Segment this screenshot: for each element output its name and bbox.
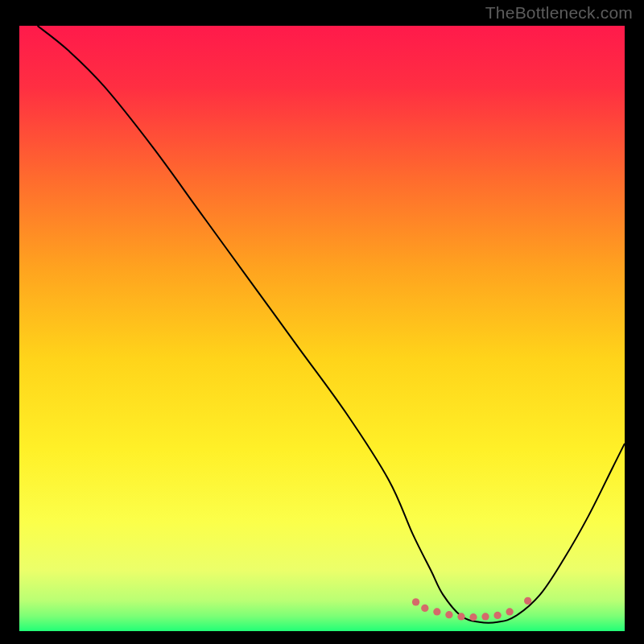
valley-dot [493, 612, 501, 619]
valley-dot [445, 611, 452, 618]
valley-dot [524, 597, 531, 605]
valley-dot [457, 613, 464, 620]
valley-dot [481, 613, 489, 620]
valley-dot [469, 613, 477, 621]
plot-area [19, 26, 625, 631]
chart-outer: TheBottleneck.com [0, 0, 644, 644]
watermark-label: TheBottleneck.com [485, 3, 633, 23]
valley-dot [506, 608, 513, 615]
valley-dot [433, 608, 440, 615]
valley-dots [19, 26, 625, 631]
plot-frame [18, 24, 626, 633]
valley-dot [421, 605, 428, 612]
valley-dot [412, 598, 419, 605]
